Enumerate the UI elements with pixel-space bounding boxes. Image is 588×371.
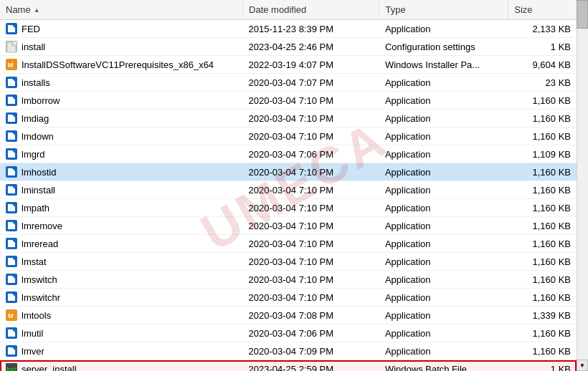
exe-icon: [6, 148, 17, 160]
file-name-cell: lmswitch: [0, 271, 243, 289]
exe-icon: [6, 112, 17, 124]
column-header-date[interactable]: Date modified: [243, 0, 379, 20]
exe-icon: [6, 274, 17, 285]
file-name: lmutil: [22, 328, 43, 339]
exe-icon: [6, 256, 17, 267]
table-row[interactable]: lmremove2020-03-04 7:10 PMApplication1,1…: [0, 217, 577, 235]
file-date-cell: 2020-03-04 7:06 PM: [243, 324, 379, 342]
file-type-cell: Application: [379, 289, 508, 307]
file-name-cell: lmver: [0, 342, 243, 360]
file-name: lminstall: [22, 185, 55, 196]
table-row[interactable]: M InstallDSSoftwareVC11Prerequisites_x86…: [0, 56, 577, 74]
table-row[interactable]: lmdown2020-03-04 7:10 PMApplication1,160…: [0, 127, 577, 145]
file-type-cell: Configuration settings: [379, 38, 508, 56]
file-name-cell: FED: [0, 20, 243, 38]
file-name: InstallDSSoftwareVC11Prerequisites_x86_x…: [22, 59, 214, 70]
file-type-cell: Application: [379, 74, 508, 92]
file-date-cell: 2020-03-04 7:08 PM: [243, 307, 379, 324]
file-explorer-container: UMECA ▲ ▼ Name ▲ Date modified Type: [0, 0, 588, 371]
table-row[interactable]: lmver2020-03-04 7:09 PMApplication1,160 …: [0, 342, 577, 360]
table-row[interactable]: bat server_install2023-04-25 2:59 PMWind…: [0, 360, 577, 372]
file-size-cell: 2,133 KB: [508, 20, 577, 38]
file-type-cell: Application: [379, 324, 508, 342]
exe-icon: [6, 166, 17, 178]
file-name: install: [22, 42, 45, 52]
scrollbar-arrow-down[interactable]: ▼: [577, 360, 588, 371]
file-type-cell: Application: [379, 20, 508, 38]
column-header-name[interactable]: Name ▲: [0, 0, 243, 20]
file-size-cell: 1,160 KB: [508, 235, 577, 253]
file-size-cell: 1,160 KB: [508, 163, 577, 181]
file-size-cell: 1 KB: [508, 360, 577, 372]
file-size-cell: 9,604 KB: [508, 56, 577, 74]
file-name: server_install: [22, 364, 77, 372]
file-name-cell: lmdiag: [0, 110, 243, 127]
file-type-cell: Application: [379, 181, 508, 199]
file-size-cell: 1,339 KB: [508, 307, 577, 324]
file-date-cell: 2020-03-04 7:10 PM: [243, 199, 379, 217]
file-name-cell: lmdown: [0, 127, 243, 145]
file-name-cell: install: [0, 38, 243, 56]
table-row[interactable]: install2023-04-25 2:46 PMConfiguration s…: [0, 38, 577, 56]
table-row[interactable]: lmreread2020-03-04 7:10 PMApplication1,1…: [0, 235, 577, 253]
exe-icon: [6, 130, 17, 142]
table-row[interactable]: lmpath2020-03-04 7:10 PMApplication1,160…: [0, 199, 577, 217]
exe-icon: [6, 184, 17, 196]
file-name: lmdiag: [22, 113, 49, 124]
file-type-cell: Application: [379, 92, 508, 110]
table-row[interactable]: lmborrow2020-03-04 7:10 PMApplication1,1…: [0, 92, 577, 110]
table-row[interactable]: installs2020-03-04 7:07 PMApplication23 …: [0, 74, 577, 92]
file-name: lmgrd: [22, 149, 45, 160]
table-row[interactable]: lmhostid2020-03-04 7:10 PMApplication1,1…: [0, 163, 577, 181]
file-date-cell: 2020-03-04 7:10 PM: [243, 110, 379, 127]
table-row[interactable]: FED2015-11-23 8:39 PMApplication2,133 KB: [0, 20, 577, 38]
file-name-cell: lmremove: [0, 217, 243, 235]
column-header-type[interactable]: Type: [379, 0, 508, 20]
file-date-cell: 2020-03-04 7:07 PM: [243, 74, 379, 92]
file-date-cell: 2023-04-25 2:46 PM: [243, 38, 379, 56]
installer-icon: M: [6, 59, 17, 70]
exe-icon: [6, 202, 17, 213]
file-name-cell: lmutil: [0, 324, 243, 342]
exe-icon: [6, 77, 17, 88]
file-name-cell: installs: [0, 74, 243, 92]
file-date-cell: 2020-03-04 7:10 PM: [243, 289, 379, 307]
file-size-cell: 1,160 KB: [508, 342, 577, 360]
vertical-scrollbar[interactable]: ▲ ▼: [577, 0, 588, 371]
exe-icon: [6, 292, 17, 303]
file-name-cell: lmswitchr: [0, 289, 243, 307]
file-date-cell: 2022-03-19 4:07 PM: [243, 56, 379, 74]
exe-icon: [6, 327, 17, 339]
file-size-cell: 1,160 KB: [508, 217, 577, 235]
file-type-cell: Application: [379, 307, 508, 324]
table-row[interactable]: lmswitch2020-03-04 7:10 PMApplication1,1…: [0, 271, 577, 289]
scrollbar-thumb[interactable]: [577, 0, 588, 29]
file-date-cell: 2020-03-04 7:10 PM: [243, 92, 379, 110]
file-size-cell: 1,160 KB: [508, 127, 577, 145]
table-row[interactable]: lmstat2020-03-04 7:10 PMApplication1,160…: [0, 253, 577, 271]
file-name-cell: lminstall: [0, 181, 243, 199]
file-name-cell: lmreread: [0, 235, 243, 253]
file-size-cell: 1,160 KB: [508, 181, 577, 199]
table-row[interactable]: lmdiag2020-03-04 7:10 PMApplication1,160…: [0, 110, 577, 127]
file-name-cell: lmpath: [0, 199, 243, 217]
file-size-cell: 1 KB: [508, 38, 577, 56]
file-name: lmver: [22, 346, 44, 357]
table-row[interactable]: lmutil2020-03-04 7:06 PMApplication1,160…: [0, 324, 577, 342]
file-name-cell: lmstat: [0, 253, 243, 271]
exe-icon: [6, 95, 17, 106]
table-row[interactable]: M lmtools2020-03-04 7:08 PMApplication1,…: [0, 307, 577, 324]
file-date-cell: 2023-04-25 2:59 PM: [243, 360, 379, 372]
exe-icon: [6, 220, 17, 231]
file-name-cell: lmgrd: [0, 145, 243, 163]
table-row[interactable]: lmgrd2020-03-04 7:06 PMApplication1,109 …: [0, 145, 577, 163]
file-date-cell: 2020-03-04 7:10 PM: [243, 163, 379, 181]
table-row[interactable]: lminstall2020-03-04 7:10 PMApplication1,…: [0, 181, 577, 199]
column-header-size[interactable]: Size: [508, 0, 577, 20]
file-date-cell: 2020-03-04 7:10 PM: [243, 253, 379, 271]
table-row[interactable]: lmswitchr2020-03-04 7:10 PMApplication1,…: [0, 289, 577, 307]
file-name: lmstat: [22, 256, 47, 267]
file-type-cell: Application: [379, 127, 508, 145]
batch-icon: bat: [6, 363, 17, 371]
file-name: lmreread: [22, 238, 58, 249]
